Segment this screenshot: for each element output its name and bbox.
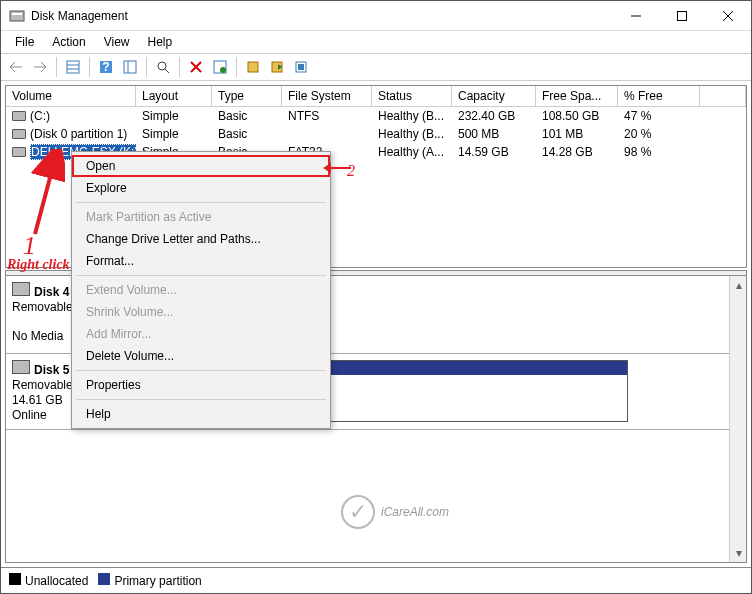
column-headers: Volume Layout Type File System Status Ca… — [6, 86, 746, 107]
ctx-add-mirror: Add Mirror... — [72, 323, 330, 345]
disk-icon — [12, 360, 30, 374]
disk-name: Disk 4 — [34, 285, 69, 299]
menu-action[interactable]: Action — [44, 33, 93, 51]
svg-rect-0 — [10, 11, 24, 21]
col-volume[interactable]: Volume — [6, 86, 136, 106]
action1-button[interactable] — [242, 56, 264, 78]
ctx-shrink-volume: Shrink Volume... — [72, 301, 330, 323]
rescan-button[interactable] — [152, 56, 174, 78]
menu-help[interactable]: Help — [140, 33, 181, 51]
help-button[interactable]: ? — [95, 56, 117, 78]
svg-rect-8 — [67, 61, 79, 73]
titlebar: Disk Management — [1, 1, 751, 31]
back-button[interactable] — [5, 56, 27, 78]
swatch-primary — [98, 573, 110, 585]
drive-icon — [12, 147, 26, 157]
maximize-button[interactable] — [659, 1, 705, 31]
context-menu: OpenExploreMark Partition as ActiveChang… — [71, 151, 331, 429]
window-title: Disk Management — [31, 9, 613, 23]
svg-point-20 — [220, 67, 226, 73]
forward-button[interactable] — [29, 56, 51, 78]
ctx-properties[interactable]: Properties — [72, 374, 330, 396]
col-filesystem[interactable]: File System — [282, 86, 372, 106]
volume-name: (C:) — [30, 109, 50, 123]
menu-file[interactable]: File — [7, 33, 42, 51]
ctx-format[interactable]: Format... — [72, 250, 330, 272]
disk-icon — [12, 282, 30, 296]
svg-text:?: ? — [102, 60, 109, 74]
ctx-explore[interactable]: Explore — [72, 177, 330, 199]
legend: Unallocated Primary partition — [1, 567, 751, 593]
scrollbar[interactable]: ▴ ▾ — [729, 276, 746, 562]
action3-button[interactable] — [290, 56, 312, 78]
volume-row[interactable]: (C:)SimpleBasicNTFSHealthy (B...232.40 G… — [6, 107, 746, 125]
close-button[interactable] — [705, 1, 751, 31]
disk-name: Disk 5 — [34, 363, 69, 377]
volume-name: (Disk 0 partition 1) — [30, 127, 127, 141]
properties-button[interactable] — [209, 56, 231, 78]
drive-icon — [12, 129, 26, 139]
col-status[interactable]: Status — [372, 86, 452, 106]
ctx-change-drive-letter-and-paths[interactable]: Change Drive Letter and Paths... — [72, 228, 330, 250]
menu-view[interactable]: View — [96, 33, 138, 51]
col-type[interactable]: Type — [212, 86, 282, 106]
ctx-open[interactable]: Open — [72, 155, 330, 177]
scroll-up-icon[interactable]: ▴ — [733, 278, 744, 292]
legend-primary: Primary partition — [114, 574, 201, 588]
legend-unallocated: Unallocated — [25, 574, 88, 588]
view-list-button[interactable] — [62, 56, 84, 78]
svg-rect-21 — [248, 62, 258, 72]
svg-rect-25 — [298, 64, 304, 70]
col-pctfree[interactable]: % Free — [618, 86, 700, 106]
col-freespace[interactable]: Free Spa... — [536, 86, 618, 106]
drive-icon — [12, 111, 26, 121]
scroll-down-icon[interactable]: ▾ — [733, 546, 744, 560]
ctx-help[interactable]: Help — [72, 403, 330, 425]
disk-mgmt-icon — [9, 8, 25, 24]
ctx-delete-volume[interactable]: Delete Volume... — [72, 345, 330, 367]
swatch-unallocated — [9, 573, 21, 585]
volume-row[interactable]: (Disk 0 partition 1)SimpleBasicHealthy (… — [6, 125, 746, 143]
action2-button[interactable] — [266, 56, 288, 78]
menubar: File Action View Help — [1, 31, 751, 53]
toolbar: ? — [1, 53, 751, 81]
col-capacity[interactable]: Capacity — [452, 86, 536, 106]
refresh-button[interactable] — [119, 56, 141, 78]
delete-button[interactable] — [185, 56, 207, 78]
svg-rect-3 — [678, 11, 687, 20]
svg-line-16 — [165, 69, 169, 73]
ctx-mark-partition-as-active: Mark Partition as Active — [72, 206, 330, 228]
col-layout[interactable]: Layout — [136, 86, 212, 106]
minimize-button[interactable] — [613, 1, 659, 31]
ctx-extend-volume: Extend Volume... — [72, 279, 330, 301]
svg-rect-13 — [124, 61, 136, 73]
svg-point-15 — [158, 62, 166, 70]
window: Disk Management File Action View Help ? — [0, 0, 752, 594]
svg-rect-1 — [12, 13, 22, 15]
